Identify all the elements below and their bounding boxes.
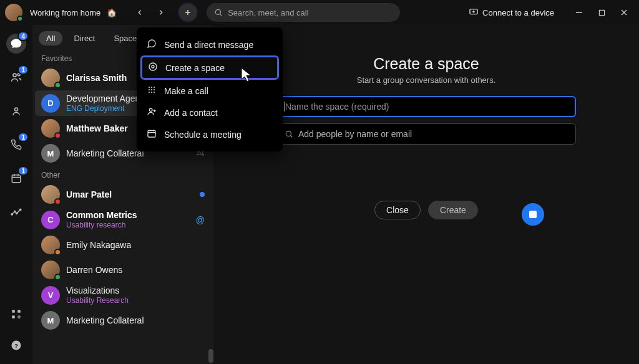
svg-point-35 <box>151 89 152 90</box>
self-avatar[interactable] <box>5 4 22 21</box>
rail-contacts-badge: 1 <box>17 65 29 75</box>
conversation-name: Marketing Collateral <box>66 148 144 158</box>
presence-dot <box>17 16 23 22</box>
minimize-icon <box>575 9 583 16</box>
svg-point-29 <box>149 63 157 70</box>
rail-contacts[interactable]: 1 <box>6 67 26 87</box>
search-placeholder: Search, meet, and call <box>228 8 308 17</box>
plus-button[interactable] <box>179 4 197 21</box>
nav-back-button[interactable] <box>132 4 148 21</box>
conversation-row[interactable]: MMarketing Collateral <box>35 308 211 333</box>
svg-rect-22 <box>17 310 21 313</box>
calendar-icon <box>147 128 157 140</box>
avatar <box>41 185 60 204</box>
avatar <box>41 69 60 87</box>
conversation-name: Matthew Baker <box>66 123 128 133</box>
cast-icon <box>469 7 479 17</box>
app-rail: 4 1 1 1 <box>0 25 32 364</box>
section-other: Other <box>32 166 213 182</box>
svg-point-33 <box>154 87 155 88</box>
avatar: V <box>41 286 60 305</box>
svg-point-37 <box>149 92 150 93</box>
close-button[interactable]: Close <box>374 201 421 219</box>
menu-item-chat[interactable]: Send a direct message <box>140 34 279 55</box>
conversation-name: Clarissa Smith <box>66 73 127 83</box>
svg-rect-13 <box>12 175 21 183</box>
status-text[interactable]: Working from home <box>30 8 100 17</box>
svg-point-20 <box>20 209 21 210</box>
space-icon <box>148 62 158 74</box>
conversation-row[interactable]: Darren Owens <box>35 257 211 282</box>
svg-point-31 <box>149 87 150 88</box>
svg-point-40 <box>149 108 152 112</box>
scrollbar[interactable] <box>208 349 213 363</box>
conversation-row[interactable]: VVisualizationsUsability Research <box>35 282 211 308</box>
rail-help[interactable]: ? <box>6 335 26 355</box>
menu-item-label: Schedule a meeting <box>164 130 241 140</box>
space-name-input[interactable]: Name the space (required) <box>276 96 576 117</box>
rail-teams[interactable] <box>6 101 26 121</box>
titlebar: Working from home 🏠 Search, meet, and ca… <box>0 0 639 25</box>
rail-calls-badge: 1 <box>17 132 29 142</box>
stop-fab[interactable] <box>522 203 544 226</box>
svg-line-28 <box>291 136 293 138</box>
rail-apps[interactable] <box>6 304 26 324</box>
menu-item-calendar[interactable]: Schedule a meeting <box>140 123 279 145</box>
avatar: C <box>41 211 60 229</box>
svg-point-36 <box>154 89 155 90</box>
svg-rect-21 <box>12 310 15 313</box>
create-space-subtitle: Start a group conversation with others. <box>357 75 496 85</box>
svg-point-17 <box>11 214 12 215</box>
conversation-row[interactable]: Emily Nakagawa <box>35 232 211 257</box>
add-people-input[interactable]: Add people by name or email <box>276 123 576 145</box>
global-search[interactable]: Search, meet, and call <box>207 3 400 22</box>
conversation-name: Emily Nakagawa <box>66 240 131 250</box>
dial-icon <box>147 85 157 97</box>
connect-device-button[interactable]: Connect to a device <box>469 7 554 17</box>
conversation-subtitle: Usability Research <box>66 296 129 305</box>
maximize-icon <box>598 9 605 16</box>
add-people-placeholder: Add people by name or email <box>298 129 412 139</box>
connect-label: Connect to a device <box>482 8 554 17</box>
avatar <box>41 236 60 254</box>
close-window-button[interactable] <box>614 4 634 21</box>
close-icon <box>620 9 628 16</box>
help-icon: ? <box>11 340 22 351</box>
minimize-button[interactable] <box>569 4 589 21</box>
tab-direct[interactable]: Direct <box>66 31 102 46</box>
menu-item-contact[interactable]: Add a contact <box>140 102 279 123</box>
conversation-name: Darren Owens <box>66 265 122 275</box>
svg-point-30 <box>152 65 154 68</box>
avatar: M <box>41 144 60 163</box>
menu-item-label: Add a contact <box>164 108 218 118</box>
unread-dot <box>200 192 205 197</box>
nav-forward-button[interactable] <box>153 4 169 21</box>
conversation-subtitle: Usability research <box>66 221 137 229</box>
analytics-icon <box>11 206 22 218</box>
plus-icon <box>183 8 192 17</box>
conversation-row[interactable]: Umar Patel <box>35 182 211 207</box>
rail-chat[interactable]: 4 <box>6 34 26 54</box>
menu-item-label: Create a space <box>165 63 225 73</box>
menu-item-dial[interactable]: Make a call <box>140 80 279 102</box>
avatar <box>41 119 60 138</box>
maximize-button[interactable] <box>592 4 612 21</box>
rail-analytics[interactable] <box>6 202 26 222</box>
rail-calls[interactable]: 1 <box>6 135 26 155</box>
create-button[interactable]: Create <box>428 201 478 219</box>
create-space-title: Create a space <box>373 55 479 73</box>
conversation-name: Common Metrics <box>66 210 137 220</box>
rail-chat-badge: 4 <box>17 31 29 41</box>
svg-point-19 <box>16 213 17 214</box>
svg-point-2 <box>216 9 221 14</box>
conversation-row[interactable]: CCommon MetricsUsability research@ <box>35 207 211 232</box>
rail-calendar[interactable]: 1 <box>6 168 26 188</box>
apps-icon <box>11 309 22 320</box>
svg-point-12 <box>15 108 18 111</box>
tab-all[interactable]: All <box>39 31 62 46</box>
chevron-right-icon <box>157 8 165 17</box>
presence-indicator <box>54 274 61 280</box>
rail-calendar-badge: 1 <box>17 166 29 176</box>
svg-point-39 <box>154 92 155 93</box>
menu-item-space[interactable]: Create a space <box>140 55 279 80</box>
